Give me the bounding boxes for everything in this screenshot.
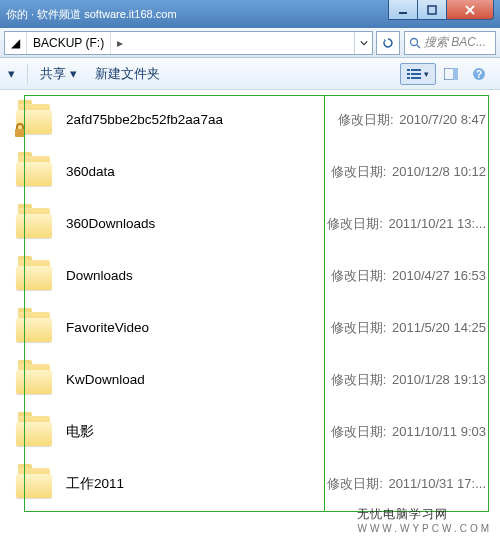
refresh-button[interactable] — [376, 31, 400, 55]
svg-rect-7 — [411, 69, 421, 71]
folder-icon — [14, 256, 56, 296]
item-date: 修改日期: 2010/4/27 16:53 — [331, 267, 486, 285]
folder-icon — [14, 152, 56, 192]
watermark: 无忧电脑学习网 WWW.WYPCW.COM — [357, 506, 492, 534]
svg-rect-10 — [407, 77, 410, 79]
view-details-button[interactable]: ▾ — [400, 63, 436, 85]
file-list: 2afd75bbe2bc52fb2aa7aa修改日期: 2010/7/20 8:… — [0, 90, 500, 514]
item-date: 修改日期: 2010/1/28 19:13 — [331, 371, 486, 389]
svg-rect-9 — [411, 73, 421, 75]
item-name: FavoriteVideo — [66, 320, 331, 335]
minimize-button[interactable] — [388, 0, 418, 20]
svg-rect-6 — [407, 69, 410, 71]
svg-rect-13 — [453, 68, 458, 80]
folder-icon — [14, 204, 56, 244]
svg-line-5 — [417, 45, 420, 48]
svg-rect-8 — [407, 73, 410, 75]
organize-menu[interactable]: ▾ — [8, 62, 23, 85]
svg-rect-1 — [428, 6, 436, 14]
item-name: KwDownload — [66, 372, 331, 387]
svg-rect-11 — [411, 77, 421, 79]
item-date: 修改日期: 2011/10/31 17:... — [327, 475, 486, 493]
item-name: 工作2011 — [66, 475, 327, 493]
lock-icon — [12, 122, 28, 138]
svg-point-4 — [411, 38, 418, 45]
folder-icon — [14, 100, 56, 140]
folder-icon — [14, 308, 56, 348]
item-name: 电影 — [66, 423, 331, 441]
nav-row: ◢ BACKUP (F:) ▸ 搜索 BAC... — [0, 28, 500, 58]
folder-icon — [14, 360, 56, 400]
crumb-chevron[interactable]: ▸ — [111, 32, 129, 54]
item-name: Downloads — [66, 268, 331, 283]
search-icon — [409, 37, 421, 49]
preview-pane-button[interactable] — [438, 64, 464, 84]
toolbar: ▾ 共享 ▾ 新建文件夹 ▾ ? — [0, 58, 500, 90]
folder-icon — [14, 464, 56, 504]
file-item[interactable]: 360Downloads修改日期: 2011/10/21 13:... — [8, 198, 492, 250]
item-date: 修改日期: 2011/10/21 13:... — [327, 215, 486, 233]
file-item[interactable]: 电影修改日期: 2011/10/11 9:03 — [8, 406, 492, 458]
help-button[interactable]: ? — [466, 63, 492, 85]
item-date: 修改日期: 2010/12/8 10:12 — [331, 163, 486, 181]
item-name: 360Downloads — [66, 216, 327, 231]
file-item[interactable]: KwDownload修改日期: 2010/1/28 19:13 — [8, 354, 492, 406]
file-item[interactable]: FavoriteVideo修改日期: 2011/5/20 14:25 — [8, 302, 492, 354]
file-item[interactable]: 工作2011修改日期: 2011/10/31 17:... — [8, 458, 492, 510]
folder-icon — [14, 412, 56, 452]
item-date: 修改日期: 2011/5/20 14:25 — [331, 319, 486, 337]
item-name: 2afd75bbe2bc52fb2aa7aa — [66, 112, 338, 127]
item-date: 修改日期: 2010/7/20 8:47 — [338, 111, 486, 129]
file-item[interactable]: Downloads修改日期: 2010/4/27 16:53 — [8, 250, 492, 302]
crumb-root-icon[interactable]: ◢ — [5, 32, 27, 54]
address-bar[interactable]: ◢ BACKUP (F:) ▸ — [4, 31, 373, 55]
svg-rect-16 — [15, 129, 25, 137]
maximize-button[interactable] — [417, 0, 447, 20]
search-input[interactable]: 搜索 BAC... — [404, 31, 496, 55]
item-name: 360data — [66, 164, 331, 179]
address-dropdown[interactable] — [354, 32, 372, 54]
close-button[interactable] — [446, 0, 494, 20]
breadcrumb-drive[interactable]: BACKUP (F:) — [27, 32, 111, 54]
search-placeholder: 搜索 BAC... — [424, 34, 486, 51]
title-text: 你的 · 软件频道 software.it168.com — [6, 7, 177, 22]
share-button[interactable]: 共享 ▾ — [32, 61, 85, 87]
file-item[interactable]: 2afd75bbe2bc52fb2aa7aa修改日期: 2010/7/20 8:… — [8, 94, 492, 146]
file-item[interactable]: 360data修改日期: 2010/12/8 10:12 — [8, 146, 492, 198]
svg-text:?: ? — [476, 69, 482, 80]
item-date: 修改日期: 2011/10/11 9:03 — [331, 423, 486, 441]
title-bar: 你的 · 软件频道 software.it168.com — [0, 0, 500, 28]
new-folder-button[interactable]: 新建文件夹 — [87, 61, 168, 87]
